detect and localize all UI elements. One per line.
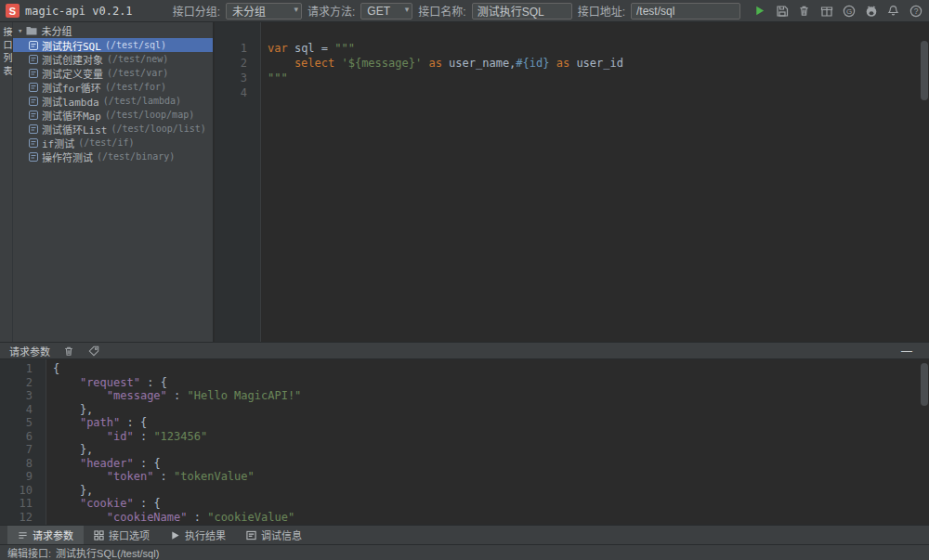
save-button[interactable] — [774, 3, 790, 19]
tab-run-result[interactable]: 执行结果 — [160, 526, 236, 545]
tree-item[interactable]: 测试执行SQL (/test/sql) — [13, 38, 213, 52]
magic-api-app: S magic-api v0.2.1 接口分组: 未分组 ▾ 请求方法: GET… — [0, 0, 929, 560]
tree-item-path: (/test/new) — [107, 54, 168, 64]
tree-item[interactable]: 操作符测试 (/test/binary) — [13, 150, 213, 163]
tree-item[interactable]: 测试for循环 (/test/for) — [13, 80, 213, 94]
line-number: 3 — [215, 71, 247, 85]
request-params-panel: 请求参数 — 1 2 3 4 5 6 7 8 — [0, 342, 929, 525]
github-link[interactable] — [863, 3, 879, 19]
trash-icon — [63, 345, 74, 357]
tree-item[interactable]: 测试lambda (/test/lambda) — [13, 94, 213, 108]
tree-item-name: 测试执行SQL — [42, 38, 101, 53]
script-code-area[interactable]: var sql = """ select '${message}' as use… — [261, 22, 929, 342]
export-button[interactable] — [818, 3, 834, 19]
grid-icon — [94, 530, 104, 540]
api-icon — [29, 69, 38, 78]
group-select-value: 未分组 — [232, 3, 266, 19]
code-line: var sql = """ — [268, 41, 929, 56]
delete-button[interactable] — [796, 3, 812, 19]
tree-item-name: 测试创建对象 — [42, 52, 103, 67]
tree-item-name: 测试for循环 — [42, 80, 101, 95]
api-tree: ▾ 未分组 测试执行SQL (/test/sql) 测试创建对象 (/test/… — [13, 22, 214, 342]
params-code-area[interactable]: { "request" : { "message" : "Hello Magic… — [46, 359, 929, 525]
svg-text:?: ? — [913, 7, 918, 16]
api-icon — [29, 152, 38, 162]
title-bar: S magic-api v0.2.1 接口分组: 未分组 ▾ 请求方法: GET… — [0, 0, 929, 22]
tree-item-path: (/test/sql) — [105, 40, 166, 50]
message-icon — [246, 530, 256, 540]
line-number: 4 — [0, 403, 33, 417]
tree-item-path: (/test/loop/list) — [111, 124, 206, 134]
tab-api-options[interactable]: 接口选项 — [84, 526, 160, 545]
tree-item-name: 操作符测试 — [42, 150, 93, 164]
api-toolbar: 接口分组: 未分组 ▾ 请求方法: GET ▾ 接口名称: 接口地址: — [173, 3, 740, 20]
notifications-button[interactable] — [885, 3, 901, 19]
code-line: "token" : "tokenValue" — [53, 470, 929, 484]
tree-folder-row[interactable]: ▾ 未分组 — [13, 22, 213, 38]
tree-item-path: (/test/loop/map) — [105, 110, 194, 120]
group-select[interactable]: 未分组 ▾ — [226, 3, 302, 20]
app-logo-icon: S — [6, 4, 20, 18]
editor-scrollbar[interactable] — [921, 41, 928, 100]
api-path-input[interactable] — [631, 3, 740, 20]
code-line: """ — [268, 71, 929, 85]
api-name-input[interactable] — [472, 3, 572, 20]
tree-item-path: (/test/for) — [105, 82, 166, 92]
code-line — [268, 85, 929, 100]
tree-item-path: (/test/lambda) — [103, 96, 181, 106]
tree-item-name: 测试lambda — [42, 94, 99, 109]
tree-item[interactable]: 测试创建对象 (/test/new) — [13, 52, 213, 66]
format-params-button[interactable] — [86, 344, 100, 358]
tab-request-params[interactable]: 请求参数 — [7, 526, 84, 545]
line-number: 8 — [0, 457, 33, 471]
code-line: { — [53, 362, 929, 376]
line-number: 9 — [0, 470, 33, 484]
line-number: 2 — [215, 56, 247, 71]
line-number: 6 — [0, 430, 33, 444]
line-number: 10 — [0, 484, 33, 498]
tree-item-path: (/test/if) — [78, 137, 134, 148]
api-icon — [29, 83, 38, 92]
code-line: }, — [53, 484, 929, 498]
gitee-link[interactable]: G — [841, 3, 857, 19]
api-path-label: 接口地址: — [578, 3, 625, 19]
line-number: 11 — [0, 497, 33, 511]
api-icon — [29, 97, 38, 106]
gitee-icon: G — [843, 5, 856, 18]
status-bar: 编辑接口: 测试执行SQL(/test/sql) — [0, 544, 929, 560]
folder-name: 未分组 — [41, 23, 72, 38]
tree-item-path: (/test/var) — [107, 68, 168, 78]
api-icon — [29, 111, 38, 120]
line-number: 5 — [0, 416, 33, 430]
minimize-panel-button[interactable]: — — [894, 345, 920, 358]
params-editor[interactable]: 1 2 3 4 5 6 7 8 9 10 11 12 { "request" :… — [0, 359, 929, 525]
tag-icon — [88, 345, 99, 357]
script-editor[interactable]: 1 2 3 4 var sql = """ select '${message}… — [215, 22, 929, 342]
params-line-gutter: 1 2 3 4 5 6 7 8 9 10 11 12 — [0, 359, 46, 525]
method-select-value: GET — [367, 5, 390, 18]
clear-params-button[interactable] — [61, 344, 75, 358]
tree-item[interactable]: 测试循环Map (/test/loop/map) — [13, 108, 213, 122]
tree-item[interactable]: 测试循环List (/test/loop/list) — [13, 122, 213, 136]
api-list-rail-tab[interactable]: 接口列表 — [0, 27, 13, 79]
line-number: 3 — [0, 389, 33, 403]
api-icon — [29, 124, 38, 134]
help-button[interactable]: ? — [908, 3, 923, 19]
bottom-tab-bar: 请求参数 接口选项 执行结果 调试信息 — [0, 525, 929, 544]
params-scrollbar[interactable] — [921, 363, 928, 406]
tree-item[interactable]: if测试 (/test/if) — [13, 136, 213, 150]
method-select[interactable]: GET ▾ — [360, 3, 412, 20]
play-icon — [753, 5, 765, 17]
code-line: "request" : { — [53, 376, 929, 390]
tree-item-name: 测试循环Map — [42, 108, 101, 123]
folder-icon — [26, 26, 37, 35]
chevron-down-icon: ▾ — [294, 5, 298, 14]
tree-item-name: 测试定义变量 — [42, 66, 103, 81]
tab-debug-info[interactable]: 调试信息 — [236, 526, 312, 545]
tree-item[interactable]: 测试定义变量 (/test/var) — [13, 66, 213, 80]
run-button[interactable] — [752, 3, 767, 19]
left-rail: 接口列表 — [0, 22, 13, 342]
line-number: 2 — [0, 376, 33, 390]
status-value: 测试执行SQL(/test/sql) — [56, 545, 159, 560]
api-icon — [29, 55, 38, 64]
